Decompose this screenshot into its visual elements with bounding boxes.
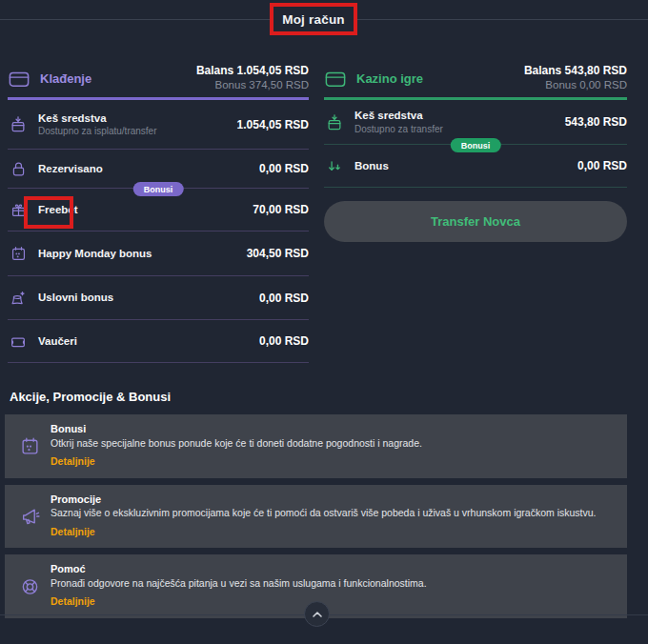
row-label: Freebet <box>38 203 78 217</box>
row-sublabel: Dostupno za isplatu/transfer <box>38 125 157 137</box>
wallet-icon <box>8 70 30 88</box>
wallet-icon <box>324 70 347 88</box>
betting-panel: Klađenje Balans 1.054,05 RSD Bonus 374,5… <box>8 59 309 363</box>
row-label: Keš sredstva <box>354 109 443 123</box>
double-down-arrow-icon <box>324 158 345 174</box>
row-value: 304,50 RSD <box>247 247 309 260</box>
row-value: 543,80 RSD <box>565 115 627 129</box>
casino-panel: Kazino igre Balans 543,80 RSD Bonus 0,00… <box>324 59 627 242</box>
casino-row-cash: Keš sredstva Dostupno za transfer 543,80… <box>324 100 627 145</box>
details-link[interactable]: Detaljnije <box>51 525 95 538</box>
betting-title: Klađenje <box>40 71 91 86</box>
row-value: 70,00 RSD <box>253 203 309 216</box>
casino-balance: Balans 543,80 RSD <box>524 63 627 78</box>
card-title: Promocije <box>51 493 597 507</box>
scroll-to-top-button[interactable] <box>304 601 330 627</box>
row-label: Rezervisano <box>38 162 103 176</box>
promo-card-promotions[interactable]: Promocije Saznaj više o ekskluzivnim pro… <box>5 485 627 549</box>
card-description: Otkrij naše specijalne bonus ponude koje… <box>51 436 422 450</box>
row-label: Vaučeri <box>38 334 77 349</box>
casino-title: Kazino igre <box>356 71 423 86</box>
card-title: Pomoć <box>51 562 427 576</box>
account-page: Moj račun Klađenje Balans 1.054,05 RSD B… <box>0 0 648 644</box>
betting-row-reserved: Rezervisano 0,00 RSD Bonusi <box>8 150 309 189</box>
card-title: Bonusi <box>51 422 422 436</box>
cash-deposit-icon <box>8 115 29 133</box>
promo-card-bonuses[interactable]: Bonusi Otkrij naše specijalne bonus ponu… <box>5 414 627 478</box>
betting-row-happy-monday: Happy Monday bonus 304,50 RSD <box>8 231 309 276</box>
row-value: 1.054,05 RSD <box>237 118 309 131</box>
casino-bonus-total: Bonus 0,00 RSD <box>524 78 627 93</box>
lock-icon <box>8 160 29 177</box>
card-description: Pronađi odgovore na najčešća pitanja u v… <box>51 576 427 590</box>
row-value: 0,00 RSD <box>577 159 627 172</box>
annotation-box-title: Moj račun <box>270 3 357 35</box>
row-label: Happy Monday bonus <box>38 247 152 261</box>
megaphone-icon <box>17 506 42 527</box>
row-value: 0,00 RSD <box>259 292 309 305</box>
betting-balance: Balans 1.054,05 RSD <box>196 63 309 78</box>
promo-section-heading: Akcije, Promocije & Bonusi <box>10 390 171 404</box>
lifebuoy-icon <box>17 576 42 597</box>
betting-row-vouchers: Vaučeri 0,00 RSD <box>8 320 309 363</box>
page-title: Moj račun <box>282 12 345 27</box>
row-label: Keš sredstva <box>38 111 157 126</box>
betting-row-conditional-bonus: Uslovni bonus 0,00 RSD <box>8 276 309 320</box>
row-value: 0,00 RSD <box>259 334 309 348</box>
transfer-money-button[interactable]: Transfer Novca <box>324 201 627 242</box>
calendar-icon <box>17 435 42 456</box>
magic-hat-icon <box>8 289 29 307</box>
row-label: Uslovni bonus <box>38 291 113 305</box>
ticket-icon <box>8 333 29 350</box>
row-sublabel: Dostupno za transfer <box>354 123 443 135</box>
calendar-icon <box>8 245 29 262</box>
bonuses-badge: Bonusi <box>133 182 184 196</box>
details-link[interactable]: Detaljnije <box>51 594 95 608</box>
bonuses-badge: Bonusi <box>451 138 501 152</box>
betting-header: Klađenje Balans 1.054,05 RSD Bonus 374,5… <box>8 59 309 100</box>
chevron-up-icon <box>312 611 323 618</box>
row-label: Bonus <box>354 159 389 173</box>
gift-icon <box>8 201 29 218</box>
promo-cards: Bonusi Otkrij naše specijalne bonus ponu… <box>5 414 627 625</box>
details-link[interactable]: Detaljnije <box>51 454 95 468</box>
casino-header: Kazino igre Balans 543,80 RSD Bonus 0,00… <box>324 59 627 100</box>
card-description: Saznaj više o ekskluzivnim promocijama k… <box>51 506 597 519</box>
betting-bonus-total: Bonus 374,50 RSD <box>196 78 309 93</box>
row-value: 0,00 RSD <box>259 162 309 175</box>
cash-deposit-icon <box>324 113 345 131</box>
betting-row-cash: Keš sredstva Dostupno za isplatu/transfe… <box>8 100 309 150</box>
